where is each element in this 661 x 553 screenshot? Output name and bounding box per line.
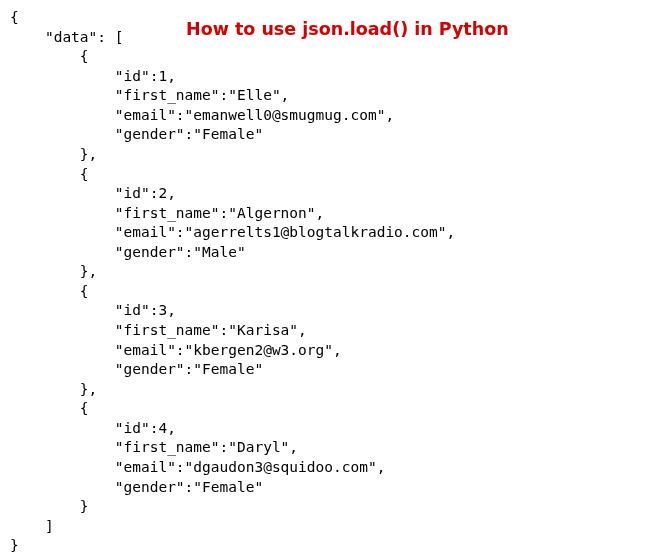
json-code-block: { "data": [ { "id":1, "first_name":"Elle… [10, 8, 651, 553]
title-overlay: How to use json.load() in Python [186, 18, 509, 42]
